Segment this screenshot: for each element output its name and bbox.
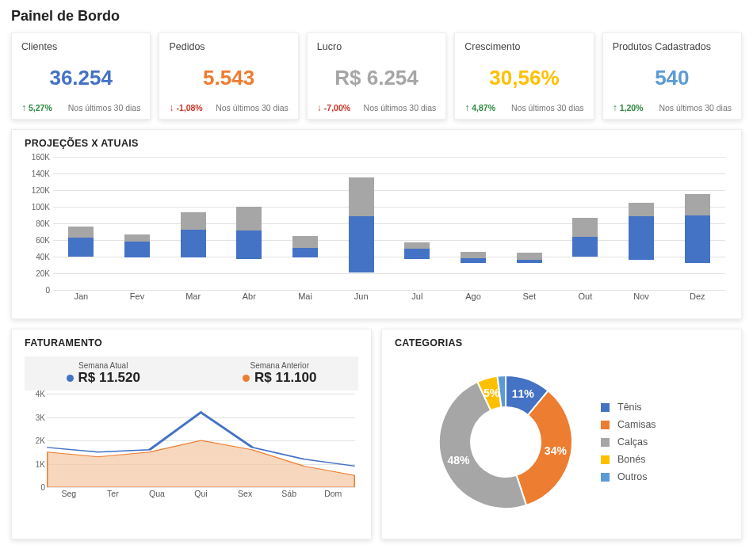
legend-label: Tênis bbox=[617, 402, 642, 413]
kpi-card: Clientes36.254↑5,27%Nos últimos 30 dias bbox=[11, 32, 151, 120]
panel-categorias-title: CATEGORIAS bbox=[395, 337, 728, 349]
chart-categorias: 11%34%48%5% bbox=[426, 363, 585, 521]
dot-icon bbox=[243, 375, 250, 382]
x-tick-label: Jan bbox=[53, 291, 109, 307]
kpi-delta: ↓-1,08% bbox=[169, 103, 202, 112]
y-tick-label: 1K bbox=[36, 459, 45, 468]
pie-slice-label: 5% bbox=[484, 387, 500, 399]
legend-item: Camisas bbox=[601, 419, 656, 430]
bar bbox=[572, 218, 598, 290]
kpi-delta: ↑4,87% bbox=[464, 103, 495, 112]
legend-swatch-icon bbox=[601, 421, 610, 429]
kpi-delta: ↑1,20% bbox=[613, 103, 644, 112]
legend-label: Calças bbox=[617, 436, 648, 448]
kpi-card: LucroR$ 6.254↓-7,00%Nos últimos 30 dias bbox=[307, 32, 446, 120]
x-tick-label: Mar bbox=[165, 291, 221, 307]
legend-categorias: TênisCamisasCalçasBonésOutros bbox=[601, 395, 656, 489]
page-title: Painel de Bordo bbox=[11, 8, 742, 25]
x-tick-label: Sex bbox=[223, 489, 267, 505]
x-tick-label: Fev bbox=[109, 291, 166, 307]
legend-item: Bonés bbox=[601, 454, 656, 465]
kpi-card-title: Crescimento bbox=[464, 41, 583, 52]
faturamento-current-label: Semana Atual bbox=[31, 361, 176, 370]
x-tick-label: Seg bbox=[47, 489, 91, 505]
kpi-card-value: 540 bbox=[613, 57, 732, 98]
kpi-delta: ↓-7,00% bbox=[317, 103, 350, 112]
dot-icon bbox=[67, 375, 74, 382]
x-tick-label: Qua bbox=[135, 489, 179, 505]
pie-slice-label: 34% bbox=[545, 444, 568, 457]
bar bbox=[629, 203, 654, 290]
y-tick-label: 60K bbox=[36, 236, 50, 245]
faturamento-prev-value: R$ 11.100 bbox=[254, 370, 316, 385]
x-tick-label: Ago bbox=[445, 291, 502, 307]
x-tick-label: Jul bbox=[389, 291, 445, 307]
x-tick-label: Mai bbox=[277, 291, 334, 307]
legend-swatch-icon bbox=[601, 455, 610, 464]
chart-faturamento: 01K2K3K4KSegTerQuaQuiSexSábDom bbox=[25, 394, 358, 505]
x-tick-label: Nov bbox=[613, 291, 670, 307]
x-tick-label: Dom bbox=[311, 489, 355, 505]
panel-faturamento-title: FATURAMENTO bbox=[25, 337, 358, 349]
y-tick-label: 40K bbox=[36, 253, 50, 261]
kpi-cards-row: Clientes36.254↑5,27%Nos últimos 30 diasP… bbox=[11, 32, 742, 120]
y-tick-label: 100K bbox=[32, 203, 50, 211]
legend-label: Outros bbox=[617, 471, 648, 482]
kpi-card: Produtos Cadastrados540↑1,20%Nos últimos… bbox=[602, 32, 742, 120]
y-tick-label: 140K bbox=[32, 170, 50, 178]
x-tick-label: Ter bbox=[91, 489, 136, 505]
y-tick-label: 2K bbox=[36, 436, 45, 445]
legend-item: Outros bbox=[601, 471, 656, 482]
faturamento-prev-label: Semana Anterior bbox=[208, 361, 353, 370]
x-tick-label: Qui bbox=[179, 489, 224, 505]
panel-projecoes: PROJEÇÕES X ATUAIS 020K40K60K80K100K120K… bbox=[11, 129, 742, 319]
bar bbox=[404, 242, 430, 290]
legend-label: Bonés bbox=[617, 454, 645, 465]
panel-faturamento: FATURAMENTO Semana Atual R$ 11.520 Seman… bbox=[11, 329, 372, 539]
kpi-period-note: Nos últimos 30 dias bbox=[364, 103, 437, 112]
chart-projecoes: 020K40K60K80K100K120K140K160KJanFevMarAb… bbox=[25, 157, 728, 307]
kpi-period-note: Nos últimos 30 dias bbox=[68, 103, 141, 112]
arrow-down-icon: ↓ bbox=[317, 103, 322, 112]
kpi-period-note: Nos últimos 30 dias bbox=[511, 103, 584, 112]
x-tick-label: Sáb bbox=[267, 489, 312, 505]
bar bbox=[292, 236, 318, 290]
y-tick-label: 0 bbox=[40, 483, 45, 492]
arrow-up-icon: ↑ bbox=[613, 103, 617, 112]
arrow-down-icon: ↓ bbox=[169, 103, 174, 112]
bar bbox=[236, 207, 262, 290]
x-tick-label: Set bbox=[501, 291, 557, 307]
bar bbox=[68, 227, 94, 290]
bar bbox=[685, 194, 710, 290]
x-tick-label: Jun bbox=[333, 291, 389, 307]
kpi-card: Crescimento30,56%↑4,87%Nos últimos 30 di… bbox=[454, 32, 594, 120]
kpi-period-note: Nos últimos 30 dias bbox=[659, 103, 732, 112]
y-tick-label: 80K bbox=[36, 219, 50, 228]
bar bbox=[181, 212, 206, 290]
kpi-card: Pedidos5.543↓-1,08%Nos últimos 30 dias bbox=[159, 32, 298, 120]
bar bbox=[124, 234, 150, 290]
y-tick-label: 20K bbox=[36, 269, 50, 278]
bar bbox=[517, 253, 542, 290]
x-tick-label: Out bbox=[557, 291, 613, 307]
bar bbox=[349, 177, 374, 290]
kpi-card-title: Produtos Cadastrados bbox=[613, 41, 732, 52]
y-tick-label: 0 bbox=[45, 286, 50, 295]
legend-swatch-icon bbox=[601, 473, 610, 482]
legend-item: Calças bbox=[601, 436, 656, 448]
legend-swatch-icon bbox=[601, 403, 610, 412]
pie-slice-label: 11% bbox=[512, 387, 535, 400]
panel-categorias: CATEGORIAS 11%34%48%5% TênisCamisasCalça… bbox=[381, 329, 742, 539]
kpi-card-value: R$ 6.254 bbox=[317, 57, 436, 98]
kpi-card-value: 36.254 bbox=[21, 57, 140, 98]
faturamento-current-value: R$ 11.520 bbox=[78, 370, 140, 385]
x-tick-label: Abr bbox=[221, 291, 277, 307]
kpi-card-value: 30,56% bbox=[464, 57, 583, 98]
y-tick-label: 3K bbox=[36, 413, 45, 421]
kpi-period-note: Nos últimos 30 dias bbox=[216, 103, 289, 112]
panel-projecoes-title: PROJEÇÕES X ATUAIS bbox=[25, 138, 728, 149]
arrow-up-icon: ↑ bbox=[21, 103, 26, 112]
y-tick-label: 120K bbox=[32, 186, 50, 195]
x-tick-label: Dez bbox=[669, 291, 725, 307]
kpi-card-title: Clientes bbox=[21, 41, 140, 52]
